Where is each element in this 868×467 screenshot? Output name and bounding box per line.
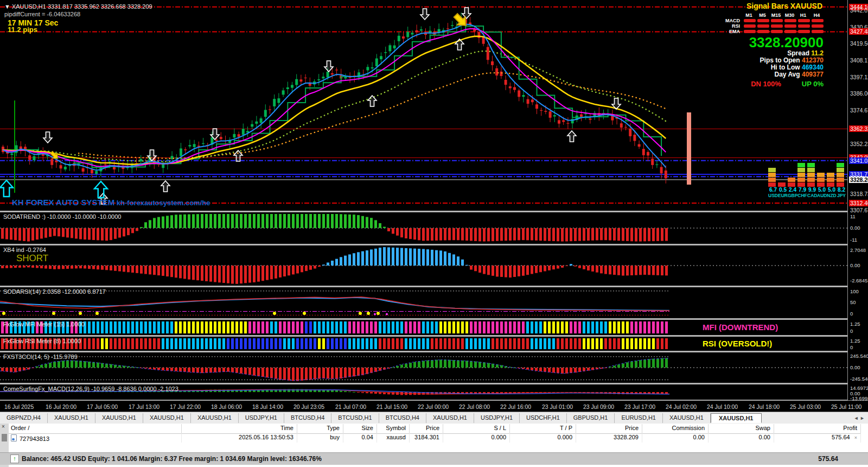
column-header-t-p[interactable]: T / P	[510, 424, 576, 433]
chart-tab-xauusd-h1[interactable]: XAUUSD,H1	[711, 413, 762, 423]
main-chart[interactable]: ▼ XAUUSD,H1 3331.817 3335.962 3326.668 3…	[0, 0, 847, 211]
time-axis-label: 23 Jul 01:00	[542, 403, 573, 410]
down-arrow-icon	[420, 9, 429, 20]
chart-tab-xauusd-h1[interactable]: XAUUSD,H1	[48, 413, 95, 423]
chart-tab-xauusd-h1[interactable]: XAUUSD,H1	[426, 413, 474, 423]
up-arrow-icon	[567, 131, 576, 142]
time-axis-label: 22 Jul 16:00	[500, 403, 531, 410]
chart-tab-usdjpy-h1[interactable]: USDJPY,H1	[239, 413, 284, 423]
column-header-swap[interactable]: Swap	[709, 424, 774, 433]
signal-cell-sell	[744, 30, 756, 33]
orders-table-header[interactable]: Order /TimeTypeSizeSymbolPriceS / LT / P…	[9, 424, 861, 434]
chart-tab-usdjpy-h1[interactable]: USDJPY,H1	[474, 413, 520, 423]
balance-up-icon: ↑	[10, 455, 19, 463]
indicator-label: FxGlow RSI Meter (8) 1.0000	[3, 338, 81, 344]
indicator-window-cci[interactable]: FXST3CCI(14, 5) -115.9789	[0, 352, 847, 383]
chart-tab-usdchf-h1[interactable]: USDCHF,H1	[520, 413, 567, 423]
terminal-panel: × Terminal Order /TimeTypeSizeSymbolPric…	[0, 424, 868, 467]
order-cell: xauusd	[377, 433, 410, 443]
strength-currency: GBP	[788, 193, 797, 198]
time-axis-label: 23 Jul 09:00	[583, 403, 614, 410]
order-cell: 0.00	[642, 433, 709, 443]
sodarsi-plot	[0, 287, 847, 318]
chart-tab-btcusd-h4[interactable]: BTCUSD,H4	[284, 413, 331, 423]
time-axis-label: 24 Jul 18:00	[749, 403, 780, 410]
window-separator[interactable]	[0, 286, 847, 287]
watermark-brand: KH FOREX AUTO SYSTEM	[12, 198, 114, 207]
indicator-window-mfi[interactable]: FxGlow MFI Meter (15) 1.0000MFI (DOWNTRE…	[0, 320, 847, 335]
signal-cell-sell	[784, 30, 796, 33]
column-header-symbol[interactable]: Symbol	[377, 424, 410, 433]
indicator-scale-label: 0	[849, 328, 854, 335]
window-separator[interactable]	[0, 244, 847, 245]
strength-values: 6.70.52.47.99.95.05.08.2	[768, 187, 847, 193]
price-axis[interactable]: 3444.1653442.0103430.6203427.4823419.565…	[847, 0, 868, 400]
terminal-close-icon[interactable]: ×	[2, 424, 5, 430]
column-header-size[interactable]: Size	[343, 424, 377, 433]
column-header-type[interactable]: Type	[297, 424, 343, 433]
indicator-label: XB4 ind -0.2764	[3, 247, 46, 253]
column-header-profit[interactable]: Profit	[774, 424, 861, 433]
signal-cell-sell	[744, 24, 756, 28]
down-arrow-icon	[43, 132, 52, 143]
indicator-scale-label: 0.00	[849, 225, 861, 231]
window-separator[interactable]	[0, 211, 847, 212]
timeframe-header: M5	[756, 12, 769, 18]
chart-tab-xauusd-h1[interactable]: XAUUSD,H1	[191, 413, 239, 423]
signal-row-label: EMA	[729, 29, 740, 34]
indicator-window-sodatrend[interactable]: SODATREND :) -10.0000 -10.0000 -10.0000	[0, 212, 847, 244]
indicator-window-sodarsi[interactable]: SODARSI(14) 2.0358 -12.0000 6.8717	[0, 287, 847, 318]
window-separator[interactable]	[0, 351, 847, 352]
price-axis-label: 3307.675	[849, 207, 868, 213]
balance-bar: ↑ Balance: 465.42 USD Equity: 1 041.06 M…	[0, 452, 868, 465]
indicator-label: FxGlow MFI Meter (15) 1.0000	[3, 321, 85, 327]
xb4-plot	[0, 245, 847, 286]
strength-currency: EUR	[778, 193, 788, 198]
price-axis-label: 3362.320	[849, 125, 868, 132]
chart-tab-eurusd-h1[interactable]: EURUSD,H1	[615, 413, 663, 423]
strength-currency: AUD	[817, 193, 827, 198]
indicator-window-macd[interactable]: ComeSurfingFx_MACD(12,26,9) -10.9659 -8.…	[0, 384, 847, 400]
column-header-commission[interactable]: Commission	[642, 424, 709, 433]
strength-value: 9.9	[807, 187, 817, 193]
window-separator[interactable]	[0, 335, 847, 337]
time-axis-label: 17 Jul 05:00	[87, 403, 118, 410]
up-arrow-icon	[161, 181, 170, 192]
strength-bar	[788, 177, 795, 187]
indicator-window-xb4[interactable]: XB4 ind -0.2764SHORT	[0, 245, 847, 286]
timeframe-header: M1	[742, 12, 756, 18]
chart-tab-btcusd-h1[interactable]: BTCUSD,H1	[331, 413, 379, 423]
order-cell: 575.64×	[774, 433, 861, 443]
window-separator[interactable]	[0, 383, 847, 384]
chart-tab-xauusd-h1[interactable]: XAUUSD,H1	[663, 413, 711, 423]
chart-tab-gbpnzd-h4[interactable]: GBPNZD,H4	[0, 413, 48, 423]
chart-tab-xauusd-h1[interactable]: XAUUSD,H1	[143, 413, 191, 423]
order-cell: 2025.05.16 13:50:53	[182, 433, 297, 443]
window-separator[interactable]	[0, 318, 847, 320]
timeframe-header: H1	[796, 12, 810, 18]
column-header-time[interactable]: Time	[182, 424, 297, 433]
strength-bar	[817, 172, 825, 187]
close-order-icon[interactable]: ×	[854, 435, 857, 440]
column-header-price[interactable]: Price	[410, 424, 443, 433]
tab-scroll-buttons[interactable]: ◄ ►	[854, 415, 865, 421]
chart-tab-xauusd-h1[interactable]: XAUUSD,H1	[95, 413, 143, 423]
strength-bar	[797, 162, 805, 187]
time-axis-label: 21 Jul 07:00	[335, 403, 366, 410]
price-axis-label: 3374.675	[849, 107, 868, 113]
ma-yellow	[3, 36, 666, 165]
column-header-price[interactable]: Price	[576, 424, 642, 433]
chart-title: ▼ XAUUSD,H1 3331.817 3335.962 3326.668 3…	[4, 3, 152, 10]
time-axis[interactable]: 16 Jul 202516 Jul 20:0017 Jul 05:0017 Ju…	[0, 400, 868, 412]
up-percent: UP 0%	[802, 80, 824, 88]
chart-tab-btcusd-h4[interactable]: BTCUSD,H4	[379, 413, 426, 423]
column-header-s-l[interactable]: S / L	[443, 424, 510, 433]
chart-tab-gbpusd-h1[interactable]: GBPUSD,H1	[567, 413, 615, 423]
price-axis-label: 3312.465	[849, 200, 868, 206]
cci-plot	[0, 352, 847, 383]
signal-row-label: MACD	[725, 18, 740, 23]
column-header-order-[interactable]: Order /	[9, 424, 182, 433]
order-cell: 0.000	[443, 433, 510, 443]
indicator-window-rsi[interactable]: FxGlow RSI Meter (8) 1.0000RSI (OVERSOLD…	[0, 337, 847, 351]
order-row[interactable]: 7279438132025.05.16 13:50:53buy0.04xauus…	[9, 433, 861, 443]
